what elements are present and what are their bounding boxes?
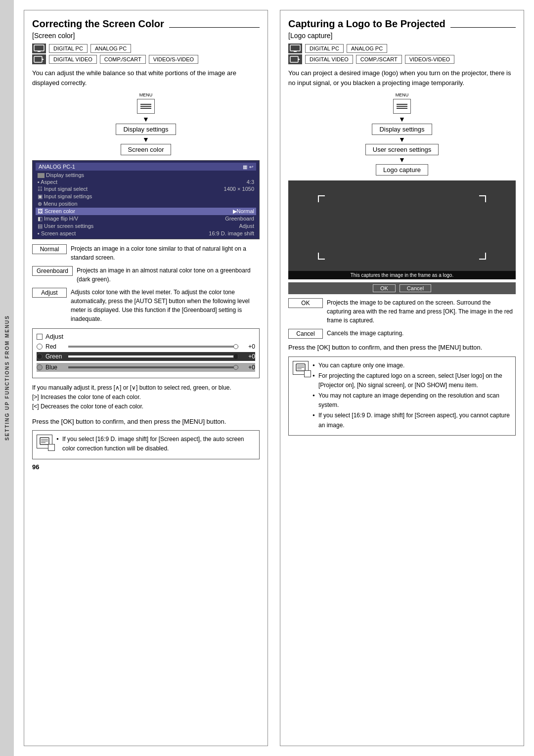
right-flow-diagram: MENU ▼ Display settings ▼ User screen se…: [288, 92, 516, 176]
right-section-subtitle: [Logo capture]: [288, 32, 516, 40]
left-info-icon: [37, 435, 52, 448]
adjust-blue-row: Blue +0: [37, 363, 255, 372]
right-option-ok: OK Projects the image to be captured on …: [288, 298, 516, 325]
right-info-note: You can capture only one image. For proj…: [288, 356, 516, 436]
green-label: Green: [45, 353, 65, 360]
red-value: +0: [241, 343, 255, 350]
menu-row-7: ▤ User screen settings Adjust: [36, 222, 256, 230]
comp-scart-btn-left: COMP./SCART: [100, 55, 146, 64]
left-info-note: If you select [16:9 D. image shift] for …: [32, 430, 260, 459]
red-thumb: [233, 344, 238, 349]
menu-row-8: ▪ Screen aspect 16:9 D. image shift: [36, 230, 256, 237]
normal-label: Normal: [32, 244, 67, 254]
svg-marker-3: [42, 58, 44, 60]
left-device-row: DIGITAL PC ANALOG PC DIGITAL VIDEO COMP.…: [32, 44, 260, 64]
svg-rect-10: [290, 56, 298, 62]
right-flow-step3: Logo capture: [376, 164, 428, 176]
menu-header-title: ANALOG PC-1: [39, 164, 75, 170]
left-menu-screenshot: ANALOG PC-1 ▦ ↩ Display settings ▪ Aspec…: [32, 160, 260, 239]
green-dot: [37, 354, 43, 359]
right-flow-step2: User screen settings: [365, 144, 439, 155]
logo-ok-button[interactable]: OK: [373, 284, 396, 292]
analog-pc-btn-left: ANALOG PC: [90, 44, 131, 53]
right-option-cancel: Cancel Cancels the image capturing.: [288, 329, 516, 339]
right-device-row: DIGITAL PC ANALOG PC DIGITAL VIDEO COMP.…: [288, 44, 516, 64]
page-container: SETTING UP FUNCTIONS FROM MENUS Correcti…: [0, 0, 534, 756]
adjust-box-title: Adjust: [37, 333, 255, 340]
monitor-icon-right: [288, 44, 302, 53]
menu-row-3: ▣ Input signal settings: [36, 193, 256, 200]
red-slider[interactable]: [68, 346, 238, 348]
logo-preview: This captures the image in the frame as …: [288, 180, 516, 279]
normal-desc: Projects an image in a color tone simila…: [71, 244, 260, 262]
analog-pc-btn-right: ANALOG PC: [347, 44, 387, 53]
svg-rect-8: [290, 45, 300, 51]
left-flow-step1: Display settings: [116, 124, 176, 135]
blue-slider[interactable]: [68, 366, 238, 368]
right-desc: You can project a desired image (logo) w…: [288, 68, 516, 88]
right-arrow2: ▼: [399, 136, 405, 143]
greenboard-label: Greenboard: [32, 266, 73, 276]
left-menu-label: MENU: [139, 92, 153, 97]
frame-corner-tl: [318, 195, 325, 202]
left-flow-diagram: MENU ▼ Display settings ▼ Screen color: [32, 92, 260, 155]
right-info-icon: [293, 361, 309, 375]
digital-video-btn-left: DIGITAL VIDEO: [49, 55, 97, 64]
adjust-checkbox: [37, 334, 43, 340]
right-section-title: Capturing a Logo to Be Projected: [288, 18, 516, 30]
note-3: [<] Decreases the color tone of each col…: [32, 402, 260, 411]
menu-row-1: ▪ Aspect 4:3: [36, 178, 256, 185]
blue-dot: [37, 364, 43, 370]
svg-rect-2: [34, 56, 42, 62]
right-menu-label: MENU: [396, 92, 409, 97]
right-note-4: If you select [16:9 D. image shift] for …: [312, 411, 511, 430]
cancel-option-label: Cancel: [288, 329, 323, 339]
note-2: [>] Increases the color tone of each col…: [32, 393, 260, 402]
blue-label: Blue: [45, 364, 65, 371]
video-s-video-btn-right: VIDEO/S-VIDEO: [405, 55, 455, 64]
svg-rect-9: [294, 51, 297, 52]
right-press-instruction: Press the [OK] button to confirm, and th…: [288, 343, 516, 353]
frame-corner-br: [479, 253, 486, 260]
blue-thumb: [233, 365, 238, 370]
adjust-box: Adjust Red +0 Green: [32, 328, 260, 378]
right-note-2: For projecting the captured logo on a sc…: [312, 371, 511, 390]
frame-corner-bl: [318, 253, 325, 260]
color-option-adjust: Adjust Adjusts color tone with the level…: [32, 288, 260, 323]
digital-pc-btn-right: DIGITAL PC: [305, 44, 344, 53]
ok-option-label: OK: [288, 298, 323, 308]
left-section-title: Correcting the Screen Color: [32, 18, 260, 30]
svg-rect-1: [38, 51, 41, 52]
menu-row-2: ☷ Input signal select 1400 × 1050: [36, 185, 256, 193]
video-icon-left: [32, 54, 46, 64]
left-desc: You can adjust the while balance so that…: [32, 68, 260, 88]
adjust-red-row: Red +0: [37, 343, 255, 350]
right-menu-icon: [393, 99, 411, 114]
right-note-3: You may not capture an image depending o…: [312, 391, 511, 410]
right-info-text: You can capture only one image. For proj…: [312, 361, 511, 431]
color-option-greenboard: Greenboard Projects an image in an almos…: [32, 266, 260, 284]
adjust-desc: Adjusts color tone with the level meter.…: [71, 288, 260, 323]
page-number: 96: [32, 463, 260, 471]
color-option-normal: Normal Projects an image in a color tone…: [32, 244, 260, 262]
logo-ok-cancel-bar: OK Cancel: [288, 282, 516, 294]
left-arrow1: ▼: [142, 116, 149, 123]
ok-option-desc: Projects the image to be captured on the…: [327, 298, 516, 325]
columns: Correcting the Screen Color [Screen colo…: [24, 10, 524, 746]
svg-rect-0: [34, 45, 44, 51]
red-label: Red: [45, 343, 65, 350]
cancel-option-desc: Cancels the image capturing.: [327, 329, 516, 338]
left-info-text: If you select [16:9 D. image shift] for …: [56, 435, 255, 454]
digital-video-btn-right: DIGITAL VIDEO: [305, 55, 353, 64]
left-arrow2: ▼: [142, 136, 149, 143]
green-slider[interactable]: [68, 356, 238, 357]
red-dot: [37, 344, 43, 350]
side-tab: SETTING UP FUNCTIONS FROM MENUS: [0, 0, 14, 756]
monitor-icon-left: [32, 44, 46, 53]
logo-cancel-button[interactable]: Cancel: [400, 284, 431, 292]
greenboard-desc: Projects an image in an almost natural c…: [77, 266, 260, 284]
menu-header-icons: ▦ ↩: [243, 164, 253, 170]
color-options: Normal Projects an image in a color tone…: [32, 244, 260, 323]
green-thumb: [233, 354, 238, 359]
logo-caption: This captures the image in the frame as …: [288, 271, 516, 279]
